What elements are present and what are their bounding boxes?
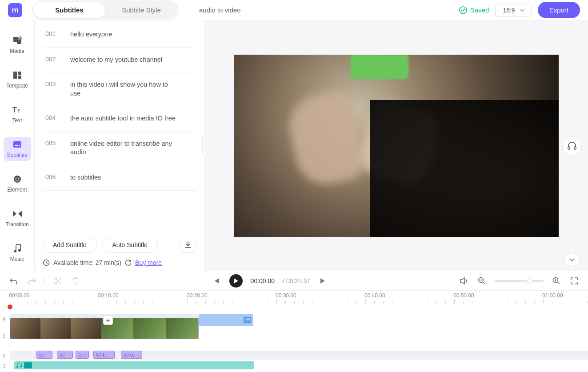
- subtitle-clip[interactable]: i: [76, 351, 89, 359]
- subtitle-row[interactable]: 002welcome to my youtube channel: [43, 48, 196, 73]
- svg-rect-12: [15, 145, 18, 146]
- chevron-down-icon: [569, 258, 575, 262]
- subtitle-clip[interactable]: o..: [121, 351, 142, 359]
- playback-toolbar: 00:00.00 / 00:27.37: [0, 271, 588, 290]
- zoom-slider[interactable]: [495, 280, 544, 282]
- text-icon: TT: [12, 105, 22, 115]
- headphones-icon: [567, 141, 577, 151]
- subtitle-clip[interactable]: [57, 351, 73, 359]
- video-preview[interactable]: [234, 55, 559, 237]
- svg-point-15: [15, 178, 16, 179]
- time-ruler[interactable]: 00:00.0000:10.0000:20.0000:30.0000:40.00…: [0, 290, 588, 305]
- check-circle-icon: [459, 6, 468, 15]
- svg-text:T: T: [12, 106, 17, 114]
- svg-text:T: T: [17, 108, 20, 113]
- template-icon: [12, 70, 22, 80]
- svg-line-31: [557, 282, 560, 284]
- audio-clip[interactable]: [14, 361, 254, 369]
- subtitle-tabs: Subtitles Subtitle Style: [32, 0, 179, 20]
- transition-icon: [12, 209, 22, 219]
- saved-status: Saved: [459, 6, 489, 15]
- subtitle-row[interactable]: 003in this video i will show you how to …: [43, 72, 196, 106]
- add-subtitle-button[interactable]: Add Subtitle: [43, 237, 97, 253]
- app-logo[interactable]: m: [8, 3, 22, 17]
- nav-music[interactable]: Music: [4, 241, 31, 265]
- media-icon: [12, 36, 22, 45]
- export-button[interactable]: Export: [538, 2, 580, 18]
- prev-frame-button[interactable]: [212, 276, 221, 286]
- svg-line-27: [483, 282, 485, 284]
- svg-rect-7: [18, 72, 21, 75]
- svg-point-18: [18, 249, 21, 252]
- nav-subtitles[interactable]: Subtitles: [4, 137, 31, 161]
- zoom-out-button[interactable]: [477, 276, 487, 286]
- svg-rect-8: [18, 76, 21, 79]
- track-3[interactable]: 3 +: [10, 328, 588, 349]
- svg-rect-11: [13, 141, 21, 148]
- project-title[interactable]: audio to video: [199, 6, 240, 14]
- tab-subtitles[interactable]: Subtitles: [33, 2, 105, 18]
- subtitle-clip[interactable]: [36, 351, 52, 359]
- svg-point-16: [18, 178, 19, 179]
- subtitles-list[interactable]: 001hello everyone 002welcome to my youtu…: [35, 20, 204, 231]
- track-2[interactable]: 2 it...o..: [10, 351, 588, 360]
- auto-subtitle-button[interactable]: Auto Subtitle: [102, 237, 158, 253]
- volume-button[interactable]: [459, 276, 469, 286]
- download-subtitles-button[interactable]: [180, 237, 196, 253]
- timeline-tracks[interactable]: 4 3 + 2 it...o.. 1: [0, 305, 588, 372]
- image-clip-selected[interactable]: [199, 314, 253, 326]
- nav-text[interactable]: TT Text: [4, 102, 31, 126]
- headphones-button[interactable]: [562, 136, 582, 156]
- music-icon: [12, 244, 22, 253]
- subtitle-row[interactable]: 004the auto subtitle tool in media IO fr…: [43, 106, 196, 132]
- svg-rect-34: [40, 353, 44, 356]
- download-icon: [184, 241, 192, 248]
- svg-rect-2: [17, 40, 21, 44]
- collapse-preview-button[interactable]: [564, 254, 580, 266]
- subtitle-row[interactable]: 001hello everyone: [43, 22, 196, 48]
- fit-button[interactable]: [569, 276, 579, 286]
- nav-template[interactable]: Template: [4, 68, 31, 92]
- svg-rect-42: [124, 353, 128, 356]
- split-button[interactable]: [53, 276, 63, 286]
- nav-media[interactable]: Media: [4, 33, 31, 57]
- zoom-in-button[interactable]: [552, 276, 561, 286]
- refresh-icon[interactable]: [125, 260, 132, 266]
- subtitles-panel: 001hello everyone 002welcome to my youtu…: [35, 20, 204, 271]
- subtitle-clip[interactable]: t...: [93, 351, 115, 359]
- svg-point-23: [55, 277, 57, 280]
- undo-button[interactable]: [9, 276, 19, 286]
- svg-rect-6: [13, 72, 17, 79]
- nav-element[interactable]: Element: [4, 172, 31, 196]
- image-icon: [244, 317, 251, 323]
- clock-icon: [43, 259, 50, 266]
- delete-button[interactable]: [71, 276, 80, 286]
- svg-rect-21: [568, 147, 570, 149]
- svg-rect-36: [60, 353, 64, 356]
- track-1[interactable]: 1: [10, 361, 588, 370]
- buy-more-link[interactable]: Buy more: [135, 259, 162, 266]
- subtitle-row[interactable]: 006to subtitles: [43, 165, 196, 191]
- redo-button[interactable]: [27, 276, 36, 286]
- svg-rect-40: [96, 353, 101, 356]
- tab-subtitle-style[interactable]: Subtitle Style: [105, 2, 177, 18]
- aspect-ratio-select[interactable]: 16:9: [495, 4, 531, 17]
- side-nav: Media Template TT Text Subtitles Element…: [0, 20, 35, 271]
- play-button[interactable]: [229, 274, 243, 288]
- subtitle-row[interactable]: 005online video editor to transcribe any…: [43, 132, 196, 165]
- preview-area: [204, 20, 588, 271]
- subtitles-icon: [12, 140, 22, 149]
- svg-rect-22: [574, 147, 576, 149]
- current-time: 00:00.00: [251, 277, 275, 284]
- chevron-down-icon: [520, 8, 525, 13]
- next-frame-button[interactable]: [318, 276, 328, 286]
- svg-rect-32: [244, 317, 250, 323]
- available-time-label: Available time: 27 min(s): [53, 259, 121, 266]
- svg-point-24: [55, 282, 57, 284]
- nav-transition[interactable]: Transition: [4, 206, 31, 230]
- svg-rect-13: [19, 145, 20, 146]
- music-icon: [16, 363, 22, 368]
- svg-point-33: [245, 319, 247, 320]
- element-icon: [12, 174, 22, 184]
- add-clip-button[interactable]: +: [103, 315, 113, 325]
